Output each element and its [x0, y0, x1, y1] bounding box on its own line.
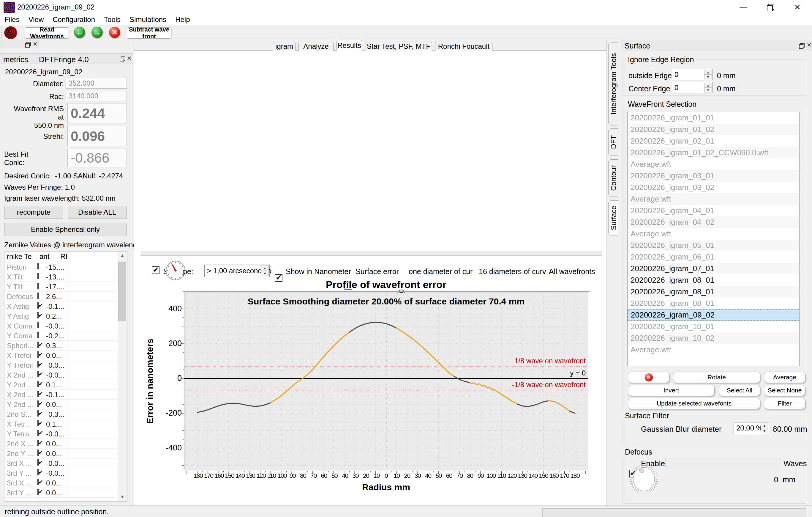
tab-results[interactable]: Results	[337, 40, 362, 51]
close-icon[interactable]: ✕	[807, 43, 812, 47]
zernike-row[interactable]: Y Tetra...-0.0...	[4, 429, 117, 439]
wavefront-list-item[interactable]: 20200226_igram_07_01	[628, 263, 799, 274]
side-tab-surface[interactable]: Surface	[608, 200, 618, 236]
side-tab-contour[interactable]: Contour	[608, 159, 618, 197]
spinner-arrows-icon[interactable]: ▲▼	[261, 266, 269, 276]
zernike-row[interactable]: X Coma-0.0...	[4, 321, 117, 331]
zernike-row[interactable]: Y Trefoil-0.0...	[4, 360, 117, 370]
zernike-enabled-checkbox[interactable]	[37, 401, 38, 407]
close-icon[interactable]: ✕	[33, 42, 38, 46]
gauge-icon[interactable]	[166, 261, 185, 281]
spinner-arrows-icon[interactable]: ▲▼	[761, 423, 768, 433]
zernike-row[interactable]: 2nd Y ...0.0...	[4, 448, 117, 458]
restore-button[interactable]	[757, 0, 783, 14]
scroll-down-icon[interactable]: ▼	[118, 494, 127, 499]
select-all-button[interactable]: Select All	[719, 385, 760, 396]
close-icon[interactable]: ✕	[127, 56, 132, 61]
defocus-dial[interactable]	[629, 463, 659, 496]
zernike-row[interactable]: Spheri...0.3...	[4, 341, 117, 351]
zernike-enabled-checkbox[interactable]	[37, 489, 38, 495]
zernike-enabled-checkbox[interactable]	[37, 410, 38, 416]
recompute-button[interactable]: recompute	[4, 206, 63, 219]
defocus-value-field[interactable]	[665, 457, 781, 468]
wavefront-list-item[interactable]: 20200226_igram_04_02	[628, 216, 799, 228]
zernike-enabled-checkbox[interactable]	[37, 351, 38, 358]
zernike-row[interactable]: X 2nd ...-0.0...	[4, 370, 117, 380]
menu-view[interactable]: View	[24, 14, 49, 25]
zernike-enabled-checkbox[interactable]	[37, 450, 38, 456]
spinner-arrows-icon[interactable]: ▲▼	[704, 83, 712, 92]
close-button[interactable]: ✕	[784, 0, 811, 14]
invert-button[interactable]: Invert	[628, 385, 715, 396]
zernike-row[interactable]: 3rd Y ...-0.0...	[4, 468, 117, 478]
diameter-field[interactable]: 352.000	[66, 78, 127, 89]
wavefront-list-item[interactable]: 20200226_igram_09_02	[628, 309, 799, 321]
delete-wavefront-button[interactable]: ✕	[628, 372, 669, 383]
col-enabled-header[interactable]: ant	[39, 252, 49, 261]
blur-percent-spinner[interactable]: 20,00 % ▲▼	[733, 422, 769, 434]
zernike-enabled-checkbox[interactable]	[37, 430, 38, 436]
wavefront-list-item[interactable]: Average.wft	[628, 159, 799, 170]
wavefront-list-item[interactable]: 20200226_igram_02_01	[628, 135, 799, 147]
wavefront-list-item[interactable]: Average.wft	[628, 228, 799, 240]
zernike-enabled-checkbox[interactable]	[37, 469, 38, 475]
filter-button[interactable]: Filter	[764, 398, 806, 409]
wavefront-list-item[interactable]: 20200226_igram_01_02	[628, 124, 799, 135]
wavefront-list-item[interactable]: 20200226_igram_03_02	[628, 182, 799, 193]
menu-configuration[interactable]: Configuration	[48, 14, 99, 25]
splitter-handle[interactable]	[141, 251, 602, 256]
wavefront-list-item[interactable]: 20200226_igram_08_01	[628, 286, 799, 298]
zernike-row[interactable]: X Astig-0.1...	[4, 301, 117, 311]
tab-ronchi-foucault[interactable]: Ronchi Foucault	[435, 42, 492, 51]
wavefront-list-item[interactable]: 20200226_igram_10_01	[628, 321, 799, 332]
minimize-button[interactable]: —	[730, 0, 757, 14]
scrollbar-thumb[interactable]	[118, 262, 126, 321]
zernike-row[interactable]: Y 2nd ...0.1...	[4, 380, 117, 390]
disable-all-button[interactable]: Disable ALL	[68, 206, 126, 219]
cancel-button[interactable]: ✕	[109, 27, 120, 38]
col-value-header[interactable]: RI	[60, 252, 67, 261]
zernike-enabled-checkbox[interactable]	[37, 302, 38, 308]
rotate-button[interactable]: Rotate	[673, 372, 760, 383]
zernike-row[interactable]: Y 2nd ...0.0...	[4, 400, 117, 409]
zernike-row[interactable]: 2nd X ...0.0...	[4, 439, 117, 448]
zernike-row[interactable]: Y Astig0.2...	[4, 311, 117, 321]
select-none-button[interactable]: Select None	[764, 385, 806, 396]
roc-field[interactable]: 3140.000	[66, 91, 127, 101]
zernike-enabled-checkbox[interactable]	[37, 479, 38, 485]
wavefront-list-item[interactable]: Average.wft	[628, 344, 799, 356]
zernike-row[interactable]: X Tilt-13....	[4, 272, 117, 282]
zernike-enabled-checkbox[interactable]	[37, 361, 38, 368]
side-tab-dft[interactable]: DFT	[608, 129, 618, 156]
zernike-row[interactable]: 3rd X ...-0.0...	[4, 458, 117, 468]
tab-analyze[interactable]: Analyze	[298, 42, 334, 51]
zernike-row[interactable]: Y Coma-0.2...	[4, 331, 117, 341]
zernike-enabled-checkbox[interactable]	[37, 391, 38, 397]
outside-edge-spinner[interactable]: 0 ▲▼	[672, 69, 713, 80]
spinner-arrows-icon[interactable]: ▲▼	[704, 70, 712, 79]
wavefront-list-item[interactable]: 20200226_igram_01_01	[628, 112, 799, 124]
zernike-row[interactable]: 3rd X ...0.0...	[4, 478, 117, 488]
toolbar-drag-handle[interactable]	[1, 27, 2, 38]
zernike-enabled-checkbox[interactable]	[37, 273, 38, 279]
update-selected-wavefronts-button[interactable]: Update selected wavefonts	[628, 398, 760, 409]
zernike-enabled-checkbox[interactable]	[37, 371, 38, 377]
wavefront-list-item[interactable]: 20200226_igram_05_01	[628, 240, 799, 251]
side-tab-interferogram-tools[interactable]: Interferogram Tools	[608, 42, 618, 126]
zernike-enabled-checkbox[interactable]	[37, 459, 38, 466]
wavefront-fringe-icon[interactable]	[4, 26, 17, 39]
wavefront-list-item[interactable]: 20200226_igram_03_01	[628, 170, 799, 182]
zernike-enabled-checkbox[interactable]	[37, 312, 38, 319]
zernike-enabled-checkbox[interactable]	[37, 381, 38, 387]
wavefront-list-item[interactable]: Average.wft	[628, 193, 799, 205]
menu-files[interactable]: Files	[0, 14, 24, 25]
slope-threshold-combo[interactable]: > 1,00 arcseconds o ▲▼	[204, 265, 270, 277]
tab-star-test-psf-mtf[interactable]: Star Test, PSF, MTF	[365, 42, 432, 51]
zernike-row[interactable]: 2nd S...-0.3...	[4, 409, 117, 419]
zernike-enabled-checkbox[interactable]	[37, 332, 38, 338]
zernike-row[interactable]: X Trefoi0.0...	[4, 351, 117, 360]
center-edge-spinner[interactable]: 0 ▲▼	[672, 82, 713, 93]
zernike-row[interactable]: Defocus2.6...	[4, 292, 117, 301]
read-wavefronts-button[interactable]: Read Wavefront/s	[25, 27, 69, 39]
zernike-enabled-checkbox[interactable]	[37, 283, 38, 289]
